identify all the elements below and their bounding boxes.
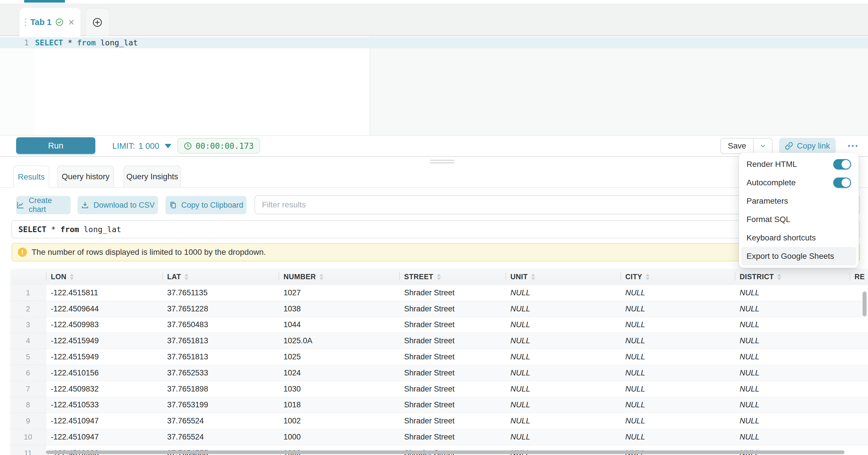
table-cell[interactable]: 37.7652533 — [162, 365, 279, 381]
table-cell[interactable]: NULL — [620, 365, 735, 381]
drag-dots-icon[interactable] — [25, 19, 26, 26]
table-cell[interactable]: Shrader Street — [399, 301, 505, 317]
column-separator[interactable] — [46, 273, 46, 281]
table-cell[interactable]: 1025 — [279, 349, 399, 365]
table-cell[interactable] — [849, 429, 868, 445]
sort-arrows-icon[interactable] — [70, 274, 74, 280]
table-cell[interactable]: -122.4509832 — [46, 381, 162, 397]
column-header-number[interactable]: NUMBER — [279, 269, 399, 285]
table-cell[interactable] — [849, 413, 868, 429]
table-cell[interactable]: 37.7650483 — [162, 317, 279, 333]
table-row[interactable]: 9-122.451094737.7655241002Shrader Street… — [10, 413, 868, 429]
table-cell[interactable]: -122.4510947 — [46, 429, 162, 445]
table-cell[interactable]: Shrader Street — [399, 413, 505, 429]
table-cell[interactable]: -122.4510947 — [46, 413, 162, 429]
table-cell[interactable]: 37.7651228 — [162, 301, 279, 317]
table-cell[interactable] — [849, 333, 868, 349]
table-cell[interactable] — [849, 397, 868, 413]
table-row[interactable]: 8-122.451053337.76531991018Shrader Stree… — [10, 397, 868, 413]
column-header-unit[interactable]: UNIT — [505, 269, 620, 285]
table-cell[interactable]: Shrader Street — [399, 317, 505, 333]
column-header-city[interactable]: CITY — [620, 269, 735, 285]
copy-link-button[interactable]: Copy link — [779, 138, 836, 154]
table-cell[interactable]: -122.4510533 — [46, 397, 162, 413]
table-row[interactable]: 4-122.451594937.76518131025.0AShrader St… — [10, 333, 868, 349]
copy-to-clipboard-button[interactable]: Copy to Clipboard — [165, 196, 246, 214]
table-cell[interactable]: NULL — [505, 317, 620, 333]
table-cell[interactable]: -122.4515811 — [46, 285, 162, 301]
table-cell[interactable]: 1024 — [279, 365, 399, 381]
create-chart-button[interactable]: Create chart — [16, 196, 71, 214]
table-cell[interactable]: NULL — [505, 397, 620, 413]
table-cell[interactable]: Shrader Street — [399, 349, 505, 365]
table-cell[interactable]: -122.4509983 — [46, 317, 162, 333]
sort-arrows-icon[interactable] — [437, 274, 441, 280]
table-cell[interactable]: NULL — [620, 333, 735, 349]
table-cell[interactable]: 1030 — [279, 381, 399, 397]
table-cell[interactable]: 1000 — [279, 429, 399, 445]
table-cell[interactable]: 37.765524 — [162, 429, 279, 445]
column-separator[interactable] — [620, 273, 621, 281]
table-cell[interactable]: Shrader Street — [399, 381, 505, 397]
table-row[interactable]: 3-122.450998337.76504831044Shrader Stree… — [10, 317, 868, 333]
table-cell[interactable]: NULL — [735, 397, 849, 413]
table-cell[interactable] — [849, 445, 868, 455]
table-cell[interactable]: -122.4515949 — [46, 333, 162, 349]
tab-results[interactable]: Results — [13, 165, 50, 188]
table-cell[interactable]: -122.4515949 — [46, 349, 162, 365]
table-cell[interactable]: 37.7651135 — [162, 285, 279, 301]
table-cell[interactable]: NULL — [735, 365, 849, 381]
table-row[interactable]: 6-122.451015637.76525331024Shrader Stree… — [10, 365, 868, 381]
table-cell[interactable]: -122.4509644 — [46, 301, 162, 317]
save-options-button[interactable] — [754, 139, 772, 153]
table-row[interactable]: 10-122.451094737.7655241000Shrader Stree… — [10, 429, 868, 445]
table-cell[interactable]: Shrader Street — [399, 429, 505, 445]
table-cell[interactable]: NULL — [735, 413, 849, 429]
column-header-re[interactable]: RE — [849, 269, 868, 285]
menu-item-parameters[interactable]: Parameters — [739, 192, 859, 210]
table-cell[interactable]: NULL — [505, 349, 620, 365]
menu-item-render-html[interactable]: Render HTML — [739, 155, 859, 174]
table-cell[interactable]: NULL — [505, 301, 620, 317]
save-button[interactable]: Save — [721, 139, 753, 153]
table-cell[interactable]: 37.7651898 — [162, 381, 279, 397]
table-cell[interactable]: 37.7653199 — [162, 397, 279, 413]
menu-item-export-to-google-sheets[interactable]: Export to Google Sheets — [741, 247, 856, 266]
table-cell[interactable]: 1038 — [279, 301, 399, 317]
sql-editor[interactable]: 1 SELECT * from long_lat — [0, 36, 868, 135]
table-cell[interactable]: NULL — [505, 381, 620, 397]
table-cell[interactable]: NULL — [620, 381, 735, 397]
menu-item-format-sql[interactable]: Format SQL — [739, 210, 859, 229]
vertical-scrollbar[interactable] — [863, 292, 867, 316]
table-cell[interactable] — [849, 317, 868, 333]
tab-query-insights[interactable]: Query Insights — [124, 165, 181, 187]
limit-dropdown[interactable]: LIMIT: 1 000 — [112, 135, 172, 156]
table-cell[interactable]: NULL — [620, 413, 735, 429]
column-header-district[interactable]: DISTRICT — [735, 269, 849, 285]
more-options-button[interactable] — [844, 138, 862, 154]
tab-query-history[interactable]: Query history — [57, 165, 114, 187]
column-separator[interactable] — [849, 273, 850, 281]
table-cell[interactable]: 37.7651813 — [162, 349, 279, 365]
table-row[interactable]: 7-122.450983237.76518981030Shrader Stree… — [10, 381, 868, 397]
table-cell[interactable]: NULL — [620, 301, 735, 317]
table-cell[interactable]: 37.7651813 — [162, 333, 279, 349]
sql-code-line[interactable]: SELECT * from long_lat — [35, 37, 138, 48]
table-cell[interactable]: NULL — [505, 333, 620, 349]
new-tab-button[interactable] — [85, 8, 110, 36]
column-separator[interactable] — [162, 273, 163, 281]
column-separator[interactable] — [505, 273, 506, 281]
table-cell[interactable]: NULL — [735, 301, 849, 317]
menu-item-autocomplete[interactable]: Autocomplete — [739, 174, 859, 192]
table-cell[interactable]: NULL — [505, 365, 620, 381]
table-cell[interactable]: NULL — [620, 317, 735, 333]
toggle-switch-on[interactable] — [833, 178, 851, 188]
table-cell[interactable]: NULL — [620, 429, 735, 445]
table-cell[interactable]: 1018 — [279, 397, 399, 413]
run-button[interactable]: Run — [16, 137, 95, 154]
table-cell[interactable]: NULL — [505, 429, 620, 445]
table-cell[interactable] — [849, 349, 868, 365]
table-cell[interactable]: NULL — [620, 285, 735, 301]
column-separator[interactable] — [279, 273, 279, 281]
table-row[interactable]: 1-122.451581137.76511351027Shrader Stree… — [10, 285, 868, 301]
